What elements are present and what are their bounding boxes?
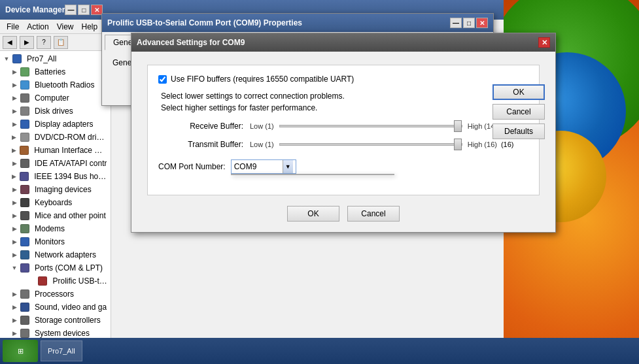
tree-item[interactable]: ▶Computer [0,91,111,105]
expand-icon[interactable]: ▶ [10,225,18,233]
com-port-dropdown[interactable]: COM9 ▼ [231,159,296,174]
expand-icon[interactable]: ▼ [3,55,10,63]
tree-item-label: IDE ATA/ATAPI contr [35,159,107,168]
tree-item[interactable]: ▶Network adapters [0,248,111,261]
tree-item[interactable]: ▶Imaging devices [0,183,111,196]
expand-icon[interactable]: ▶ [10,251,18,259]
transmit-thumb[interactable] [454,139,462,150]
bottom-cancel-button[interactable]: Cancel [347,206,400,222]
expand-icon[interactable]: ▶ [10,81,18,89]
tree-node-icon [19,171,29,182]
tree-item-label: Batteries [35,67,65,76]
tree-node-icon [20,302,30,312]
start-button[interactable]: ⊞ [3,340,38,362]
tree-item[interactable]: ▶Modems [0,222,111,235]
tree-item[interactable]: ▶DVD/CD-ROM drives [0,131,111,144]
advanced-settings-dialog: Advanced Settings for COM9 ✕ OK Cancel D… [131,33,556,233]
tree-item[interactable]: ▼Pro7_All [0,52,111,65]
tree-node-icon [20,263,30,273]
tree-item[interactable]: ▶IEEE 1394 Bus host c [0,170,111,183]
advanced-titlebar: Advanced Settings for COM9 ✕ [131,33,555,52]
com9-dialog-title: Prolific USB-to-Serial Comm Port (COM9) … [107,18,302,27]
tree-item-label: Storage controllers [35,316,101,325]
tree-item[interactable]: ▶Monitors [0,235,111,248]
tree-item-label: System devices [35,329,90,338]
tree-item[interactable]: ▼Ports (COM & LPT) [0,261,111,274]
tree-item[interactable]: ▶Display adapters [0,118,111,131]
tree-item[interactable]: ▶Human Interface Devi [0,144,111,157]
maximize-button[interactable]: □ [78,5,90,15]
tree-item[interactable]: ▶Prolific USB-to-Se [0,274,111,288]
tree-node-icon [20,119,30,129]
tree-item[interactable]: ▶Sound, video and ga [0,301,111,314]
device-tree: ▼Pro7_All▶Batteries▶Bluetooth Radios▶Com… [0,51,111,364]
com9-maximize[interactable]: □ [463,18,475,28]
receive-slider-container: Low (1) High (14) (14) [250,122,528,130]
expand-icon[interactable]: ▶ [10,303,18,311]
tree-item[interactable]: ▶Keyboards [0,196,111,209]
defaults-button[interactable]: Defaults [492,124,545,139]
tree-node-icon [20,237,30,247]
expand-icon[interactable]: ▶ [10,238,18,246]
window-controls: — □ ✕ [65,5,103,15]
expand-icon[interactable]: ▶ [10,146,18,154]
back-button[interactable]: ◀ [3,36,17,49]
tree-item[interactable]: ▶IDE ATA/ATAPI contr [0,157,111,170]
menu-view[interactable]: View [53,22,78,31]
com9-dialog-titlebar: Prolific USB-to-Serial Comm Port (COM9) … [102,14,493,32]
device-manager-title: Device Manager [5,5,65,14]
expand-icon[interactable]: ▶ [10,212,18,220]
minimize-button[interactable]: — [65,5,77,15]
transmit-buffer-row: Transmit Buffer: Low (1) High (16) (16) [158,140,528,149]
dropdown-selected-value[interactable]: COM9 ▼ [231,159,296,174]
receive-thumb[interactable] [454,120,462,132]
hint1: Select lower settings to correct connect… [161,91,528,101]
tree-node-icon [20,289,30,299]
bottom-ok-button[interactable]: OK [287,206,339,222]
help-button[interactable]: ? [37,36,51,49]
fifo-label: Use FIFO buffers (requires 16550 compati… [171,74,354,84]
transmit-high: High (16) [468,141,497,148]
tree-item[interactable]: ▶Disk drives [0,105,111,118]
menu-action[interactable]: Action [23,22,52,31]
tree-item[interactable]: ▶Bluetooth Radios [0,78,111,91]
tree-item-label: Processors [35,290,74,299]
expand-icon[interactable]: ▶ [10,186,18,193]
tree-item-label: DVD/CD-ROM drives [35,133,108,142]
expand-icon[interactable]: ▶ [10,316,18,324]
menu-file[interactable]: File [3,22,23,31]
ok-button[interactable]: OK [492,84,545,100]
cancel-button[interactable]: Cancel [492,104,545,120]
taskbar: ⊞ Pro7_All [0,338,639,364]
expand-icon[interactable]: ▶ [10,133,18,141]
fifo-row: Use FIFO buffers (requires 16550 compati… [158,74,528,84]
tree-item-label: Pro7_All [27,54,56,63]
expand-icon[interactable]: ▶ [10,120,18,128]
expand-icon[interactable]: ▶ [10,173,18,180]
com9-window-controls: — □ ✕ [450,18,488,28]
tree-item[interactable]: ▶Processors [0,288,111,301]
tree-item-label: Human Interface Devi [34,146,108,155]
tree-item-label: Monitors [35,237,65,246]
expand-icon[interactable]: ▶ [10,290,18,298]
expand-icon[interactable]: ▶ [10,94,18,102]
com9-close[interactable]: ✕ [476,18,488,28]
com9-minimize[interactable]: — [450,18,462,28]
taskbar-item-0[interactable]: Pro7_All [41,340,82,361]
tree-item[interactable]: ▶Storage controllers [0,314,111,327]
transmit-low: Low (1) [250,141,274,148]
tree-item[interactable]: ▶Batteries [0,65,111,78]
menu-help[interactable]: Help [78,22,102,31]
forward-button[interactable]: ▶ [20,36,34,49]
expand-icon[interactable]: ▶ [10,68,18,76]
advanced-close[interactable]: ✕ [538,37,550,48]
tree-item[interactable]: ▶Mice and other point [0,209,111,222]
expand-icon[interactable]: ▶ [10,329,18,337]
tree-item-label: Bluetooth Radios [35,80,94,90]
expand-icon[interactable]: ▶ [10,159,18,167]
fifo-checkbox[interactable] [158,75,167,84]
expand-icon[interactable]: ▶ [10,107,18,115]
expand-icon[interactable]: ▶ [10,199,18,207]
properties-button[interactable]: 📋 [54,36,68,49]
expand-icon[interactable]: ▼ [10,264,18,272]
